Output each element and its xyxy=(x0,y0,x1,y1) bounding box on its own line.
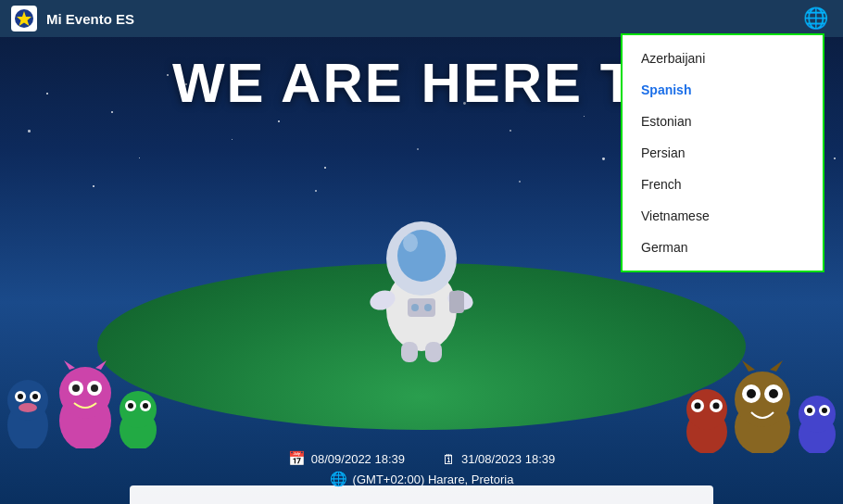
svg-point-20 xyxy=(59,367,111,419)
timezone-item: 🌐 (GMT+02:00) Harare, Pretoria xyxy=(330,471,514,487)
svg-point-16 xyxy=(18,394,23,399)
svg-point-10 xyxy=(424,304,432,311)
svg-rect-6 xyxy=(401,342,418,362)
svg-point-32 xyxy=(143,403,148,409)
svg-point-28 xyxy=(120,391,157,428)
creatures-right xyxy=(679,360,843,453)
dates-row: 📅 08/09/2022 18:39 🗓 31/08/2023 18:39 xyxy=(288,450,555,467)
svg-point-18 xyxy=(19,403,37,412)
svg-point-17 xyxy=(32,394,38,399)
svg-point-24 xyxy=(91,384,98,392)
header: Mi Evento ES 🌐 xyxy=(0,0,843,37)
timezone: (GMT+02:00) Harare, Pretoria xyxy=(353,472,514,486)
svg-point-43 xyxy=(747,389,756,398)
svg-point-37 xyxy=(695,403,701,410)
language-item-vietnamese[interactable]: Vietnamese xyxy=(623,200,823,232)
end-date-item: 🗓 31/08/2023 18:39 xyxy=(442,451,555,467)
app-title: Mi Evento ES xyxy=(46,11,423,27)
svg-point-51 xyxy=(807,408,812,413)
globe-icon[interactable]: 🌐 xyxy=(799,3,832,34)
astronaut-illustration xyxy=(357,180,486,365)
svg-rect-11 xyxy=(449,291,464,313)
start-date-item: 📅 08/09/2022 18:39 xyxy=(288,450,405,467)
language-item-azerbaijani[interactable]: Azerbaijani xyxy=(623,43,823,74)
svg-point-3 xyxy=(403,233,418,252)
svg-point-13 xyxy=(7,380,48,421)
svg-point-44 xyxy=(769,389,778,398)
svg-rect-7 xyxy=(425,342,442,362)
end-date: 31/08/2023 18:39 xyxy=(461,452,555,466)
svg-marker-46 xyxy=(770,360,783,372)
start-date: 08/09/2022 18:39 xyxy=(311,452,405,466)
svg-point-52 xyxy=(822,408,827,413)
timezone-icon: 🌐 xyxy=(330,471,347,487)
svg-point-9 xyxy=(411,304,419,311)
svg-marker-26 xyxy=(95,360,107,370)
language-item-estonian[interactable]: Estonian xyxy=(623,106,823,137)
language-item-spanish[interactable]: Spanish xyxy=(623,74,823,106)
language-dropdown: AzerbaijaniSpanishEstonianPersianFrenchV… xyxy=(621,33,824,272)
app-logo xyxy=(11,6,37,32)
svg-point-38 xyxy=(713,403,720,410)
language-item-german[interactable]: German xyxy=(623,232,823,263)
calendar-icon: 📅 xyxy=(288,450,306,467)
language-item-french[interactable]: French xyxy=(623,169,823,200)
svg-marker-45 xyxy=(742,360,755,372)
svg-marker-25 xyxy=(64,360,75,370)
timezone-row: 🌐 (GMT+02:00) Harare, Pretoria xyxy=(330,471,514,487)
creatures-left xyxy=(0,360,164,448)
bottom-bar xyxy=(130,485,713,504)
svg-point-23 xyxy=(72,384,80,392)
svg-point-48 xyxy=(799,396,836,433)
language-item-persian[interactable]: Persian xyxy=(623,137,823,169)
info-bar: 📅 08/09/2022 18:39 🗓 31/08/2023 18:39 🌐 … xyxy=(0,450,843,487)
calendar2-icon: 🗓 xyxy=(442,451,456,467)
svg-point-31 xyxy=(128,403,133,409)
